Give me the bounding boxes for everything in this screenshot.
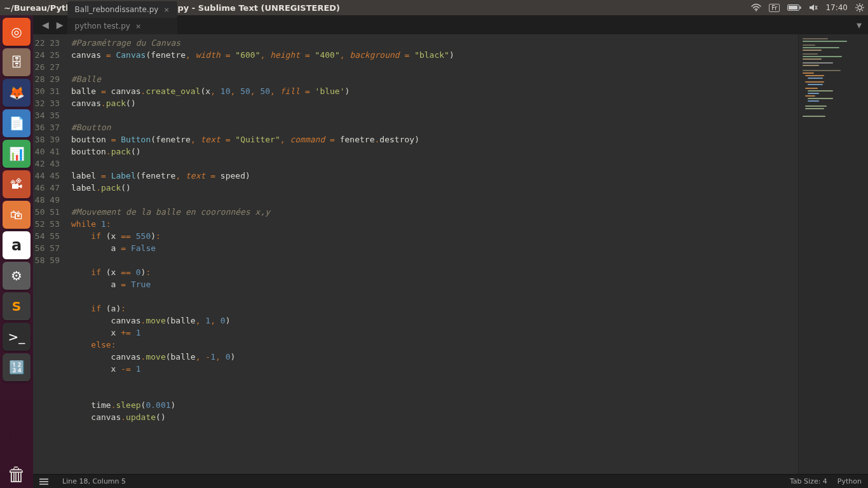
tab-overflow-icon[interactable]: ▾ [850, 19, 868, 31]
svg-line-13 [862, 4, 863, 6]
svg-rect-3 [789, 6, 797, 10]
dock-libreoffice-impress[interactable]: 📽 [3, 170, 31, 198]
system-indicators: Fr 17:40 [751, 3, 864, 12]
tab-label: Ball_rebondissante.py [75, 5, 159, 14]
dock-sublime-text[interactable]: S [3, 292, 31, 320]
nav-forward-icon[interactable]: ▶ [53, 20, 67, 30]
svg-point-6 [858, 6, 862, 10]
svg-line-11 [857, 4, 858, 6]
tab-python-test-py[interactable]: python test.py× [67, 18, 177, 34]
svg-rect-2 [800, 6, 801, 9]
menu-icon[interactable] [39, 478, 48, 485]
svg-line-12 [862, 10, 863, 11]
cursor-position[interactable]: Line 18, Column 5 [62, 477, 126, 485]
svg-line-14 [857, 10, 858, 11]
close-icon[interactable]: × [135, 22, 141, 30]
dock-ubuntu-dash[interactable]: ◎ [3, 18, 31, 46]
status-bar: Line 18, Column 5 Tab Size: 4 Python [33, 474, 868, 488]
syntax-mode[interactable]: Python [837, 477, 862, 485]
tab-bar: ◀ ▶ Ball_rebondissante.py×python test.py… [33, 15, 868, 34]
launcher-dock: ◎🗄🦊📄📊📽🛍a⚙S>_🔢🗑 [0, 15, 33, 488]
dock-amazon[interactable]: a [3, 231, 31, 259]
wifi-icon[interactable] [751, 4, 761, 11]
clock[interactable]: 17:40 [825, 3, 848, 12]
nav-back-icon[interactable]: ◀ [38, 20, 53, 30]
dock-trash[interactable]: 🗑 [3, 460, 31, 488]
dock-settings[interactable]: ⚙ [3, 262, 31, 290]
tab-size[interactable]: Tab Size: 4 [790, 477, 827, 485]
minimap[interactable] [798, 34, 868, 474]
tab-label: python test.py [75, 22, 130, 30]
svg-point-0 [756, 10, 757, 11]
keyboard-layout-badge[interactable]: Fr [769, 4, 780, 12]
tab-ball-rebondissante-py[interactable]: Ball_rebondissante.py× [67, 1, 177, 18]
dock-libreoffice-calc[interactable]: 📊 [3, 140, 31, 168]
gear-icon[interactable] [855, 3, 864, 12]
volume-icon[interactable] [809, 4, 818, 11]
battery-icon[interactable] [787, 4, 801, 11]
dock-libreoffice-writer[interactable]: 📄 [3, 109, 31, 137]
line-number-gutter: 22 23 24 25 26 27 28 29 30 31 32 33 34 3… [33, 34, 65, 474]
code-editor-area[interactable]: #Paramétrage du Canvascanvas = Canvas(fe… [65, 34, 798, 474]
dock-firefox[interactable]: 🦊 [3, 79, 31, 107]
dock-calculator[interactable]: 🔢 [3, 353, 31, 381]
dock-terminal[interactable]: >_ [3, 323, 31, 351]
editor-window: ◀ ▶ Ball_rebondissante.py×python test.py… [33, 15, 868, 488]
close-icon[interactable]: × [163, 6, 169, 14]
dock-ubuntu-software[interactable]: 🛍 [3, 201, 31, 229]
dock-files[interactable]: 🗄 [3, 48, 31, 76]
